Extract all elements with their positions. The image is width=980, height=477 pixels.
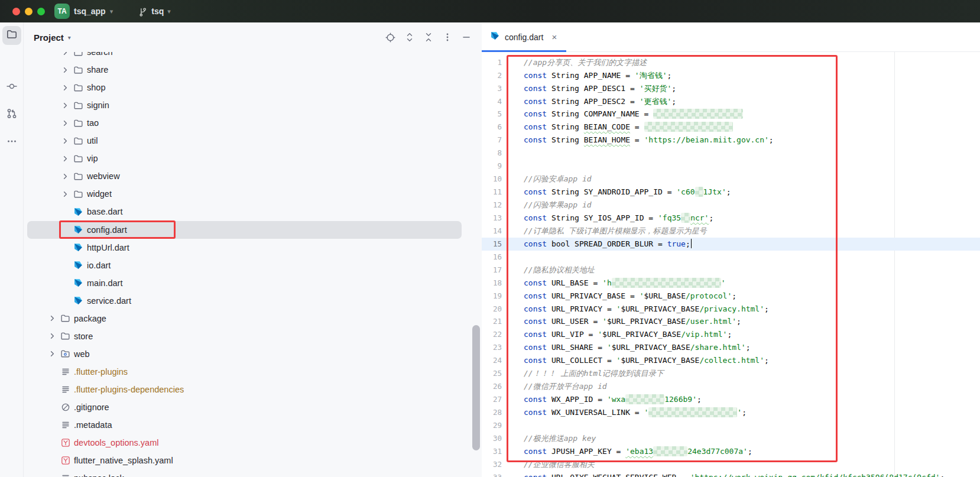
code-line-17[interactable]: 17//隐私协议相关地址 [482, 264, 980, 277]
code-line-8[interactable]: 8 [482, 147, 980, 160]
more-tool-windows-button[interactable] [2, 133, 21, 152]
code-line-13[interactable]: 13const String SY_IOS_APP_ID = 'fq35ncr'… [482, 212, 980, 225]
tree-item-devtools-options-yaml[interactable]: devtools_options.yaml [24, 434, 482, 452]
commit-tool-button[interactable] [2, 78, 21, 97]
project-widget[interactable]: TA tsq_app ▾ [54, 4, 113, 19]
code-token: 'eba13 [625, 447, 653, 456]
code-line-7[interactable]: 7const String BEIAN_HOME = 'https://beia… [482, 134, 980, 147]
tree-item-vip[interactable]: vip [24, 150, 482, 167]
chevron-right-icon[interactable] [60, 136, 70, 146]
code-line-27[interactable]: 27const WX_APP_ID = 'wxa1266b9'; [482, 393, 980, 406]
code-line-14[interactable]: 14//订单隐私 下级订单图片模糊显示，标题显示为星号 [482, 225, 980, 238]
code-line-30[interactable]: 30//极光推送app key [482, 432, 980, 445]
titlebar: TA tsq_app ▾ tsq ▾ [0, 0, 980, 22]
code-line-24[interactable]: 24const URL_COLLECT = '$URL_PRIVACY_BASE… [482, 354, 980, 367]
hide-panel-icon[interactable] [461, 33, 471, 43]
tree-item-package[interactable]: package [24, 310, 482, 327]
chevron-right-icon[interactable] [60, 154, 70, 164]
code-line-19[interactable]: 19const URL_PRIVACY_BASE = '$URL_BASE/pr… [482, 290, 980, 303]
code-line-21[interactable]: 21const URL_USER = '$URL_PRIVACY_BASE/us… [482, 315, 980, 328]
line-number: 33 [482, 471, 502, 477]
chevron-right-icon[interactable] [60, 118, 70, 128]
tree-item-pubspec-lock[interactable]: pubspec.lock [24, 469, 482, 477]
code-line-3[interactable]: 3const String APP_DESC1 = '买好货'; [482, 82, 980, 95]
tree-item-service-dart[interactable]: service.dart [24, 292, 482, 310]
collapse-all-icon[interactable] [423, 33, 433, 43]
tree-item-shop[interactable]: shop [24, 79, 482, 96]
tree-item-util[interactable]: util [24, 132, 482, 150]
minimize-button[interactable] [25, 8, 33, 15]
tree-item--flutter-plugins[interactable]: .flutter-plugins [24, 363, 482, 381]
zoom-button[interactable] [37, 8, 45, 15]
tree-item--metadata[interactable]: .metadata [24, 416, 482, 434]
tree-item-signin[interactable]: signin [24, 96, 482, 114]
code-line-15[interactable]: 15const bool SPREAD_ORDER_BLUR = true; [482, 238, 980, 251]
kebab-menu-icon[interactable] [442, 33, 452, 43]
folder-icon [73, 136, 83, 146]
chevron-right-icon[interactable] [60, 171, 70, 181]
tree-item-tao[interactable]: tao [24, 114, 482, 132]
tree-item-label: web [74, 349, 90, 359]
line-number: 13 [482, 212, 502, 225]
code-line-4[interactable]: 4const String APP_DESC2 = '更省钱'; [482, 95, 980, 108]
tree-item-search[interactable]: search [24, 52, 482, 61]
code-line-28[interactable]: 28const WX_UNIVERSAL_LINK = ''; [482, 406, 980, 419]
code-line-10[interactable]: 10//闪验安卓app id [482, 173, 980, 186]
code-token: ' [644, 408, 649, 417]
code-line-1[interactable]: 1//app分享页、关于我们的文字描述 [482, 56, 980, 69]
tree-item-share[interactable]: share [24, 61, 482, 79]
chevron-right-icon[interactable] [60, 100, 70, 111]
chevron-right-icon[interactable] [47, 349, 57, 359]
chevron-right-icon[interactable] [60, 65, 70, 75]
tree-item-webview[interactable]: webview [24, 167, 482, 185]
code-line-9[interactable]: 9 [482, 160, 980, 173]
tree-item-httpurl-dart[interactable]: httpUrl.dart [24, 239, 482, 257]
code-line-26[interactable]: 26//微信开放平台app id [482, 380, 980, 393]
tree-item-store[interactable]: store [24, 327, 482, 345]
code-line-6[interactable]: 6const String BEIAN_CODE = [482, 121, 980, 134]
code-line-12[interactable]: 12//闪验苹果app id [482, 199, 980, 212]
code-line-32[interactable]: 32//企业微信客服相关 [482, 458, 980, 471]
chevron-spacer [60, 278, 70, 288]
editor-body[interactable]: 1//app分享页、关于我们的文字描述2const String APP_NAM… [482, 52, 980, 477]
tab-config-dart[interactable]: config.dart × [482, 22, 566, 51]
chevron-right-icon[interactable] [60, 189, 70, 199]
code-line-29[interactable]: 29 [482, 419, 980, 432]
close-tab-icon[interactable]: × [551, 33, 557, 41]
code-token: const [524, 71, 547, 80]
tree-item-io-dart[interactable]: io.dart [24, 257, 482, 274]
chevron-right-icon[interactable] [60, 52, 70, 57]
tree-item-base-dart[interactable]: base.dart [24, 203, 482, 220]
code-line-16[interactable]: 16 [482, 251, 980, 264]
tree-item--flutter-plugins-dependencies[interactable]: .flutter-plugins-dependencies [24, 381, 482, 398]
expand-all-icon[interactable] [404, 33, 414, 43]
code-line-22[interactable]: 22const URL_VIP = '$URL_PRIVACY_BASE/vip… [482, 328, 980, 341]
project-tool-button[interactable] [2, 26, 21, 45]
branch-widget[interactable]: tsq ▾ [138, 7, 171, 17]
vcs-tool-button[interactable] [2, 105, 21, 124]
code-line-20[interactable]: 20const URL_PRIVACY = '$URL_PRIVACY_BASE… [482, 303, 980, 316]
code-line-31[interactable]: 31const JPUSH_APP_KEY = 'eba1324e3d77c00… [482, 445, 980, 458]
code-line-5[interactable]: 5const String COMPANY_NAME = [482, 108, 980, 121]
code-line-2[interactable]: 2const String APP_NAME = '淘省钱'; [482, 69, 980, 82]
tree-item-label: httpUrl.dart [87, 243, 129, 252]
code-line-18[interactable]: 18const URL_BASE = 'h' [482, 277, 980, 290]
code-line-23[interactable]: 23const URL_SHARE = '$URL_PRIVACY_BASE/s… [482, 341, 980, 354]
locate-icon[interactable] [385, 33, 395, 43]
chevron-right-icon[interactable] [47, 331, 57, 341]
tree-item-flutter-native-splash-yaml[interactable]: flutter_native_splash.yaml [24, 452, 482, 469]
chevron-right-icon[interactable] [47, 313, 57, 323]
tree-item-widget[interactable]: widget [24, 185, 482, 203]
close-button[interactable] [12, 8, 20, 15]
tree-item--gitignore[interactable]: .gitignore [24, 398, 482, 416]
chevron-right-icon[interactable] [60, 83, 70, 93]
tree-item-web[interactable]: web [24, 345, 482, 363]
code-line-33[interactable]: 33const URL_QIYE_WECHAT_SERVICE_WEB = 'h… [482, 471, 980, 477]
tree-item-main-dart[interactable]: main.dart [24, 274, 482, 292]
code-line-11[interactable]: 11const String SY_ANDROID_APP_ID = 'c601… [482, 186, 980, 199]
tree-item-config-dart[interactable]: config.dart [27, 221, 462, 239]
tree-scrollbar-thumb[interactable] [472, 325, 480, 450]
code-line-25[interactable]: 25//！！！ 上面的html记得放到该目录下 [482, 367, 980, 380]
panel-title[interactable]: Project [34, 33, 64, 43]
code-token: ncr' [690, 213, 709, 222]
